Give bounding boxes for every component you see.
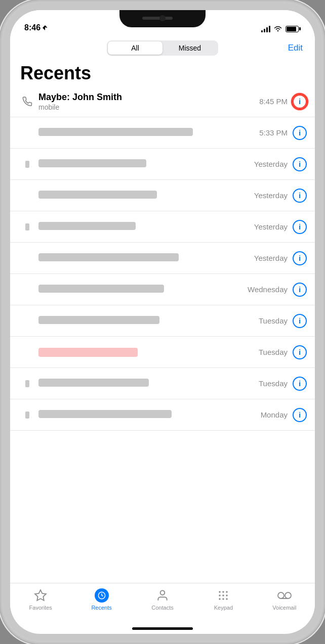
svg-point-2 (160, 590, 165, 595)
blurred-name-4 (38, 191, 157, 199)
call-info-6 (38, 253, 254, 263)
call-time-7: Wednesday (248, 285, 288, 294)
call-time-6: Yesterday (254, 254, 288, 262)
tab-contacts[interactable]: Contacts (132, 588, 193, 611)
call-info-2 (38, 128, 259, 138)
svg-point-8 (226, 594, 228, 596)
info-button-3[interactable]: i (293, 157, 307, 171)
tab-voicemail-label: Voicemail (272, 605, 296, 611)
svg-point-5 (226, 591, 228, 593)
edit-button[interactable]: Edit (288, 43, 303, 53)
info-button-1[interactable]: i (293, 95, 307, 109)
call-info-11 (38, 410, 261, 420)
call-item-4[interactable]: Yesterday i (10, 180, 315, 211)
info-button-11[interactable]: i (293, 408, 307, 422)
info-button-7[interactable]: i (293, 283, 307, 297)
voicemail-icon (277, 588, 292, 603)
svg-point-13 (285, 592, 291, 599)
tab-keypad[interactable]: Keypad (193, 588, 254, 611)
blurred-name-11 (38, 410, 172, 418)
screen: 8:46 (10, 10, 315, 634)
favorites-icon (33, 588, 48, 603)
tab-all[interactable]: All (108, 41, 162, 55)
call-info-4 (38, 191, 254, 201)
call-item-2[interactable]: 5:33 PM i (10, 117, 315, 149)
call-item-1[interactable]: Maybe: John Smith mobile 8:45 PM i (10, 86, 315, 117)
tab-recents[interactable]: Recents (71, 588, 132, 611)
svg-marker-0 (35, 590, 46, 601)
call-item-10[interactable]: Tuesday i (10, 368, 315, 399)
call-info-8 (38, 316, 259, 326)
notch (119, 10, 206, 27)
tab-recents-label: Recents (91, 605, 111, 611)
info-button-6[interactable]: i (293, 251, 307, 265)
call-info-1: Maybe: John Smith mobile (38, 92, 259, 111)
svg-point-4 (223, 591, 225, 593)
info-button-5[interactable]: i (293, 220, 307, 234)
tab-missed[interactable]: Missed (162, 41, 217, 55)
info-button-4[interactable]: i (293, 189, 307, 203)
call-item-6[interactable]: Yesterday i (10, 243, 315, 274)
signal-bars (261, 26, 270, 32)
contacts-icon (155, 588, 170, 603)
call-info-10 (38, 379, 259, 389)
tab-favorites[interactable]: Favorites (10, 588, 71, 611)
call-item-11[interactable]: Monday i (10, 399, 315, 431)
call-info-5 (38, 222, 254, 232)
blurred-name-9 (38, 348, 138, 357)
status-icons (261, 25, 301, 32)
location-icon (42, 25, 48, 31)
svg-point-10 (223, 598, 225, 600)
segmented-control: All Missed (107, 40, 218, 56)
call-time-3: Yesterday (254, 160, 288, 168)
call-item-3[interactable]: Yesterday i (10, 149, 315, 180)
call-item-7[interactable]: Wednesday i (10, 274, 315, 305)
phone-inner: 8:46 (3, 3, 322, 641)
speaker (142, 17, 173, 20)
call-item-8[interactable]: Tuesday i (10, 305, 315, 337)
battery-icon (286, 26, 301, 32)
blurred-name-2 (38, 128, 193, 136)
call-time-11: Monday (261, 410, 288, 419)
page-title: Recents (10, 59, 315, 86)
svg-point-12 (278, 592, 284, 599)
camera (159, 15, 166, 21)
wifi-icon (273, 25, 282, 32)
svg-point-7 (223, 594, 225, 596)
info-button-9[interactable]: i (293, 345, 307, 359)
segmented-control-wrapper: All Missed Edit (10, 35, 315, 59)
tab-contacts-label: Contacts (151, 605, 173, 611)
blurred-name-10 (38, 379, 149, 387)
blurred-name-8 (38, 316, 159, 324)
svg-point-6 (219, 594, 221, 596)
blurred-name-5 (38, 222, 136, 230)
tab-voicemail[interactable]: Voicemail (254, 588, 315, 611)
call-time-1: 8:45 PM (259, 97, 288, 106)
blurred-name-3 (38, 159, 146, 167)
call-time-2: 5:33 PM (259, 128, 288, 137)
call-info-9 (38, 348, 259, 357)
info-button-10[interactable]: i (293, 377, 307, 391)
call-type-icon-5 (20, 223, 34, 231)
call-info-7 (38, 285, 248, 295)
keypad-icon (216, 588, 230, 603)
call-list: Maybe: John Smith mobile 8:45 PM i (10, 86, 315, 583)
info-button-2[interactable]: i (293, 126, 307, 140)
status-time: 8:46 (24, 23, 48, 32)
call-time-9: Tuesday (259, 348, 288, 356)
tab-bar: Favorites Recents (10, 583, 315, 627)
svg-point-3 (219, 591, 221, 593)
call-item-9[interactable]: Tuesday i (10, 337, 315, 368)
content: All Missed Edit Recents (10, 35, 315, 634)
caller-sub-1: mobile (38, 103, 259, 111)
caller-name-1: Maybe: John Smith (38, 92, 259, 103)
call-type-icon-10 (20, 380, 34, 387)
tab-keypad-label: Keypad (214, 605, 233, 611)
call-time-8: Tuesday (259, 316, 288, 325)
blurred-name-6 (38, 253, 179, 261)
phone-frame: 8:46 (0, 0, 325, 644)
call-item-5[interactable]: Yesterday i (10, 211, 315, 243)
info-button-8[interactable]: i (293, 314, 307, 328)
time-display: 8:46 (24, 23, 40, 32)
call-time-4: Yesterday (254, 191, 288, 200)
